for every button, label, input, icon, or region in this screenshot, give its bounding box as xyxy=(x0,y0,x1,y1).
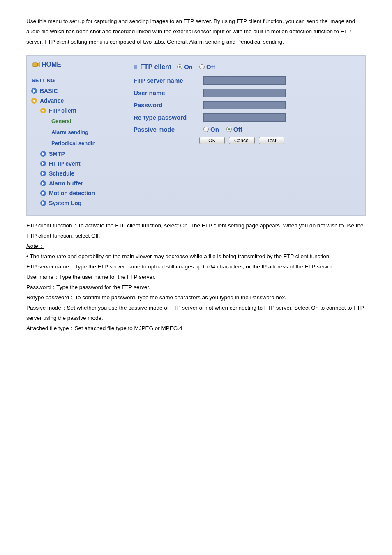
home-link[interactable]: HOME xyxy=(32,61,61,68)
basic-label: BASIC xyxy=(40,88,58,94)
arrow-right-icon xyxy=(40,150,46,157)
svg-rect-0 xyxy=(33,63,37,67)
arrow-right-icon xyxy=(40,160,46,167)
retype-password-label: Re-type password xyxy=(134,114,203,121)
arrow-right-icon xyxy=(31,88,37,94)
arrow-right-icon xyxy=(40,200,46,206)
note-label: Note： xyxy=(26,243,44,249)
advance-label: Advance xyxy=(40,97,64,104)
home-label: HOME xyxy=(42,61,61,68)
ok-button[interactable]: OK xyxy=(199,137,225,144)
sidebar-item-system-log[interactable]: System Log xyxy=(40,198,125,208)
footer-p8: Attached file type：Set attached file typ… xyxy=(26,324,366,334)
ftp-off-radio[interactable]: Off xyxy=(199,63,215,70)
arrow-right-icon xyxy=(40,170,46,177)
sidebar-item-general[interactable]: General xyxy=(51,116,125,127)
passive-on-label: On xyxy=(210,126,219,133)
server-name-label: FTP server name xyxy=(134,77,203,84)
ftp-on-radio[interactable]: On xyxy=(177,63,193,70)
square-marker-icon xyxy=(134,65,137,69)
title-row: FTP client On Off xyxy=(134,63,357,71)
sidebar-item-alarm-sending[interactable]: Alarm sending xyxy=(51,127,125,138)
passive-mode-label: Passive mode xyxy=(134,126,203,133)
periodical-sending-label: Periodical sendin xyxy=(51,139,96,147)
alarm-buffer-label: Alarm buffer xyxy=(49,180,83,187)
password-label: Password xyxy=(134,102,203,109)
svg-marker-1 xyxy=(37,62,39,67)
camera-icon xyxy=(32,62,40,67)
footer-p5: Password：Type the password for the FTP s… xyxy=(26,282,366,293)
test-button[interactable]: Test xyxy=(259,137,284,144)
passive-off-label: Off xyxy=(233,126,242,133)
alarm-sending-label: Alarm sending xyxy=(51,128,88,136)
footer-p1: FTP client function：To activate the FTP … xyxy=(26,221,366,241)
button-row: OK Cancel Test xyxy=(199,137,357,144)
motion-detection-label: Motion detection xyxy=(49,190,95,197)
sidebar-item-motion-detection[interactable]: Motion detection xyxy=(40,188,125,198)
schedule-label: Schedule xyxy=(49,170,74,177)
form-content: FTP client On Off FTP server name User n… xyxy=(125,56,365,215)
passive-off-radio[interactable]: Off xyxy=(226,126,242,133)
http-event-label: HTTP event xyxy=(49,160,81,167)
smtp-label: SMTP xyxy=(49,150,65,157)
sidebar-item-ftp-client[interactable]: FTP client xyxy=(40,106,125,116)
sidebar-item-alarm-buffer[interactable]: Alarm buffer xyxy=(40,178,125,188)
form-title: FTP client xyxy=(140,63,171,71)
footer-text: FTP client function：To activate the FTP … xyxy=(26,221,366,334)
radio-icon xyxy=(199,64,205,69)
passive-on-radio[interactable]: On xyxy=(203,126,219,133)
sidebar-item-smtp[interactable]: SMTP xyxy=(40,149,125,159)
sidebar-item-schedule[interactable]: Schedule xyxy=(40,169,125,178)
sidebar-item-basic[interactable]: BASIC xyxy=(31,86,125,96)
footer-p7: Passive mode：Set whether you use the pas… xyxy=(26,303,366,324)
settings-panel: HOME SETTING BASIC Advance FTP client Ge… xyxy=(26,56,366,216)
arrow-right-icon xyxy=(40,190,46,197)
sidebar-item-advance[interactable]: Advance xyxy=(31,96,125,106)
arrow-down-icon xyxy=(31,97,37,104)
cancel-button[interactable]: Cancel xyxy=(229,137,255,144)
system-log-label: System Log xyxy=(49,200,81,206)
server-name-input[interactable] xyxy=(203,76,286,85)
setting-heading: SETTING xyxy=(32,77,125,83)
password-input[interactable] xyxy=(203,101,286,109)
on-label: On xyxy=(184,63,193,70)
ftp-client-label: FTP client xyxy=(49,107,76,114)
sidebar-item-periodical-sending[interactable]: Periodical sendin xyxy=(51,138,125,149)
footer-p3: FTP server name：Type the FTP server name… xyxy=(26,262,366,272)
sidebar: HOME SETTING BASIC Advance FTP client Ge… xyxy=(27,56,125,215)
off-label: Off xyxy=(206,63,215,70)
user-name-label: User name xyxy=(134,89,203,96)
intro-paragraph: Use this menu to set up for capturing an… xyxy=(26,16,366,47)
radio-icon xyxy=(226,127,232,132)
sidebar-item-http-event[interactable]: HTTP event xyxy=(40,159,125,169)
retype-password-input[interactable] xyxy=(203,113,286,122)
general-label: General xyxy=(51,117,71,125)
footer-p2: • The frame rate and operability on the … xyxy=(26,252,366,262)
footer-p6: Retype password：To confirm the password,… xyxy=(26,293,366,303)
arrow-down-icon xyxy=(40,107,46,114)
footer-p4: User name：Type the user name for the FTP… xyxy=(26,272,366,282)
arrow-right-icon xyxy=(40,180,46,187)
radio-icon xyxy=(203,127,209,132)
radio-icon xyxy=(177,64,182,69)
user-name-input[interactable] xyxy=(203,89,286,97)
